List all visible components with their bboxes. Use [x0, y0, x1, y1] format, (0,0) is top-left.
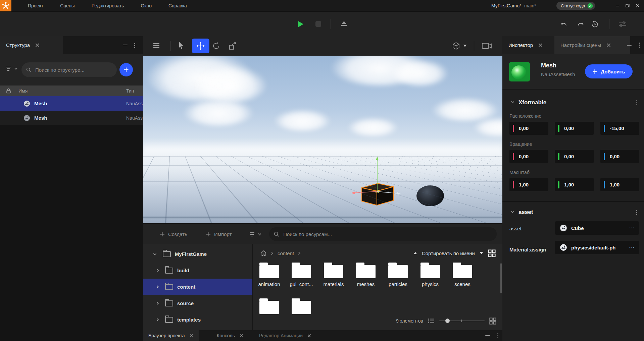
- menu-help[interactable]: Справка: [160, 0, 195, 11]
- sort-by-label[interactable]: Сортировать по имени: [422, 250, 475, 256]
- chevron-down-icon[interactable]: [153, 253, 157, 255]
- folder-tile-materials[interactable]: materials: [317, 262, 350, 287]
- structure-row-mesh-2[interactable]: Mesh NauAss: [0, 111, 143, 125]
- folder-tile-physics[interactable]: physics: [414, 262, 446, 287]
- close-icon[interactable]: [240, 334, 243, 338]
- folder-tile-animation[interactable]: animation: [253, 262, 285, 287]
- structure-search-input[interactable]: [35, 67, 112, 73]
- menu-window[interactable]: Окно: [132, 0, 160, 11]
- grid-view-icon[interactable]: [488, 249, 496, 257]
- thumbnail-size-slider[interactable]: [439, 319, 485, 323]
- add-object-button[interactable]: [119, 63, 133, 76]
- position-z-field[interactable]: -15,00: [600, 122, 639, 135]
- tree-item-source[interactable]: source: [143, 295, 252, 311]
- chevron-down-icon[interactable]: [480, 252, 483, 254]
- browse-material-button[interactable]: ···: [629, 245, 635, 250]
- panel-menu-button[interactable]: [134, 43, 135, 48]
- chevron-right-icon[interactable]: [156, 301, 159, 305]
- restore-button[interactable]: [623, 0, 633, 11]
- section-asset-header[interactable]: asset: [502, 208, 644, 218]
- select-tool-button[interactable]: [178, 42, 185, 50]
- menu-scenes[interactable]: Сцены: [52, 0, 83, 11]
- viewport-settings-button[interactable]: [618, 21, 627, 27]
- rotation-y-field[interactable]: 0,00: [555, 150, 594, 163]
- close-icon[interactable]: [307, 334, 311, 338]
- list-view-icon[interactable]: [428, 318, 435, 324]
- sort-ascending-icon[interactable]: [413, 252, 417, 254]
- tree-item-root[interactable]: MyFirstGame: [143, 246, 252, 262]
- rotation-z-field[interactable]: 0,00: [600, 150, 639, 163]
- play-button[interactable]: [297, 20, 304, 28]
- chevron-down-icon[interactable]: [511, 101, 514, 104]
- assets-search[interactable]: [269, 227, 497, 241]
- scale-z-field[interactable]: 1,00: [600, 178, 639, 191]
- tab-console[interactable]: Консоль: [211, 330, 249, 341]
- panel-menu-button[interactable]: [639, 43, 640, 48]
- chevron-right-icon[interactable]: [156, 269, 159, 272]
- create-button[interactable]: Создать: [160, 224, 187, 244]
- move-tool-button[interactable]: [192, 39, 209, 53]
- close-icon[interactable]: [538, 43, 543, 47]
- undo-button[interactable]: [560, 21, 568, 28]
- rotate-tool-button[interactable]: [212, 42, 220, 50]
- structure-filter-button[interactable]: [5, 66, 18, 71]
- scale-tool-button[interactable]: [229, 42, 237, 50]
- add-component-button[interactable]: Добавить: [585, 64, 633, 78]
- position-x-field[interactable]: 0,00: [509, 122, 548, 135]
- menu-project[interactable]: Проект: [19, 0, 52, 11]
- section-menu-button[interactable]: [636, 210, 637, 215]
- folder-tile-particles[interactable]: particles: [382, 262, 414, 287]
- breadcrumb-current[interactable]: content: [278, 250, 294, 256]
- position-y-field[interactable]: 0,00: [555, 122, 594, 135]
- assets-search-input[interactable]: [283, 231, 492, 237]
- view-gizmo-button[interactable]: [452, 42, 467, 50]
- viewport-3d[interactable]: [143, 56, 502, 223]
- panel-minimize-button[interactable]: [485, 335, 490, 336]
- folder-tile-gui[interactable]: gui_cont...: [285, 262, 317, 287]
- panel-minimize-button[interactable]: [123, 45, 128, 45]
- eject-button[interactable]: [340, 20, 348, 27]
- import-button[interactable]: Импорт: [206, 224, 232, 244]
- minimize-button[interactable]: [612, 0, 623, 11]
- tab-project-browser[interactable]: Браузер проекта: [143, 330, 199, 341]
- section-xformable-header[interactable]: Xformable: [502, 98, 644, 108]
- scrollbar[interactable]: [500, 263, 502, 293]
- history-button[interactable]: [591, 20, 599, 28]
- close-icon[interactable]: [190, 334, 193, 338]
- panel-menu-button[interactable]: [497, 333, 498, 338]
- close-icon[interactable]: [35, 43, 40, 47]
- code-status-badge[interactable]: Статус кода: [556, 2, 595, 10]
- grid-view-icon[interactable]: [489, 318, 496, 325]
- tree-item-content[interactable]: content: [143, 279, 252, 295]
- tree-item-build[interactable]: build: [143, 262, 252, 279]
- viewport-menu-button[interactable]: [153, 43, 160, 48]
- folder-tile[interactable]: [285, 298, 317, 314]
- column-type[interactable]: Тип: [126, 88, 134, 94]
- folder-tile-scenes[interactable]: scenes: [446, 262, 479, 287]
- tab-structure[interactable]: Структура: [0, 36, 63, 54]
- transform-gizmo[interactable]: [327, 151, 428, 223]
- tab-scene-settings[interactable]: Настройки сцены: [554, 36, 630, 54]
- chevron-right-icon[interactable]: [156, 285, 159, 289]
- chevron-down-icon[interactable]: [511, 211, 514, 213]
- rotation-x-field[interactable]: 0,00: [509, 150, 548, 163]
- chevron-right-icon[interactable]: [156, 318, 159, 322]
- panel-minimize-button[interactable]: [627, 45, 632, 46]
- lock-icon[interactable]: [6, 88, 11, 94]
- folder-tile[interactable]: [253, 298, 285, 314]
- asset-reference-field[interactable]: Cube ···: [555, 221, 639, 235]
- scale-x-field[interactable]: 1,00: [509, 178, 548, 191]
- structure-search[interactable]: [21, 62, 117, 77]
- close-icon[interactable]: [606, 43, 611, 47]
- redo-button[interactable]: [577, 21, 585, 28]
- scale-y-field[interactable]: 1,00: [555, 178, 594, 191]
- tab-animation-editor[interactable]: Редактор Анимации: [254, 330, 316, 341]
- section-menu-button[interactable]: [636, 100, 637, 105]
- camera-button[interactable]: [482, 43, 492, 49]
- home-icon[interactable]: [260, 250, 267, 256]
- menu-edit[interactable]: Редактировать: [83, 0, 133, 11]
- folder-tile-meshes[interactable]: meshes: [350, 262, 382, 287]
- structure-row-mesh-1[interactable]: Mesh NauAss: [0, 96, 143, 111]
- browse-asset-button[interactable]: ···: [629, 225, 635, 231]
- stop-button[interactable]: [315, 21, 321, 27]
